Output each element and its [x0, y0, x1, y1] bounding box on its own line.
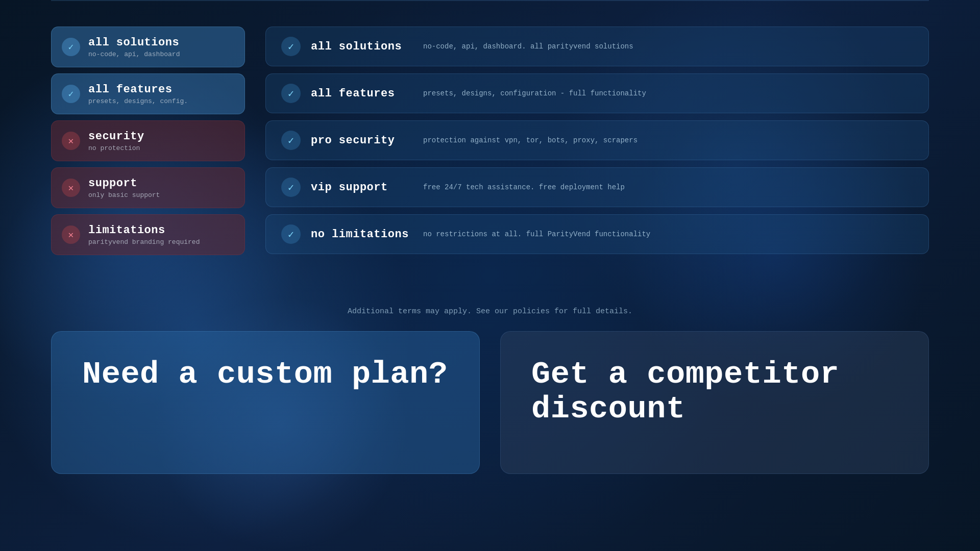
left-title-limitations: limitations	[88, 224, 200, 237]
right-desc-solutions: no-code, api, dashboard. all parityvend …	[423, 42, 633, 51]
right-title-limitations: no limitations	[311, 228, 413, 241]
custom-plan-card[interactable]: Need a custom plan?	[51, 331, 480, 474]
right-desc-security: protection against vpn, tor, bots, proxy…	[423, 136, 638, 144]
x-icon-limitations	[62, 226, 80, 244]
left-text-solutions: all solutions no-code, api, dashboard	[88, 36, 180, 58]
competitor-discount-card[interactable]: Get a competitor discount	[500, 331, 929, 474]
right-item-all-solutions: all solutions no-code, api, dashboard. a…	[265, 27, 929, 66]
right-desc-limitations: no restrictions at all. full ParityVend …	[423, 230, 650, 238]
left-item-support: support only basic support	[51, 167, 245, 208]
left-subtitle-security: no protection	[88, 144, 144, 152]
left-item-all-solutions: all solutions no-code, api, dashboard	[51, 27, 245, 67]
competitor-discount-title: Get a competitor discount	[531, 357, 898, 427]
additional-terms-text: Additional terms may apply. See our poli…	[348, 307, 632, 316]
right-item-pro-security: pro security protection against vpn, tor…	[265, 120, 929, 160]
left-text-support: support only basic support	[88, 177, 160, 199]
left-text-features: all features presets, designs, config.	[88, 83, 188, 105]
left-title-support: support	[88, 177, 160, 190]
right-panel: all solutions no-code, api, dashboard. a…	[265, 21, 929, 297]
additional-terms: Additional terms may apply. See our poli…	[0, 297, 980, 316]
left-title-security: security	[88, 130, 144, 143]
check-icon-right-security	[281, 131, 301, 150]
top-divider	[51, 0, 929, 1]
right-item-vip-support: vip support free 24/7 tech assistance. f…	[265, 167, 929, 207]
left-subtitle-limitations: parityvend branding required	[88, 238, 200, 246]
left-title-features: all features	[88, 83, 188, 96]
check-icon-features	[62, 85, 80, 103]
right-desc-features: presets, designs, configuration - full f…	[423, 89, 646, 97]
right-title-support: vip support	[311, 181, 413, 194]
custom-plan-title: Need a custom plan?	[82, 357, 449, 392]
right-item-all-features: all features presets, designs, configura…	[265, 73, 929, 113]
bottom-cards: Need a custom plan? Get a competitor dis…	[0, 316, 980, 474]
check-icon-right-support	[281, 178, 301, 197]
check-icon-right-solutions	[281, 37, 301, 56]
check-icon-solutions	[62, 38, 80, 56]
left-title-solutions: all solutions	[88, 36, 180, 49]
x-icon-security	[62, 132, 80, 150]
right-item-no-limitations: no limitations no restrictions at all. f…	[265, 214, 929, 254]
right-desc-support: free 24/7 tech assistance. free deployme…	[423, 183, 625, 191]
left-subtitle-support: only basic support	[88, 191, 160, 199]
left-text-security: security no protection	[88, 130, 144, 152]
left-item-limitations: limitations parityvend branding required	[51, 214, 245, 255]
left-text-limitations: limitations parityvend branding required	[88, 224, 200, 246]
right-title-solutions: all solutions	[311, 40, 413, 53]
main-content: all solutions no-code, api, dashboard al…	[0, 11, 980, 297]
check-icon-right-limitations	[281, 224, 301, 244]
left-item-security: security no protection	[51, 120, 245, 161]
left-subtitle-solutions: no-code, api, dashboard	[88, 51, 180, 58]
left-panel: all solutions no-code, api, dashboard al…	[51, 21, 245, 297]
right-title-features: all features	[311, 87, 413, 100]
left-subtitle-features: presets, designs, config.	[88, 97, 188, 105]
check-icon-right-features	[281, 84, 301, 103]
left-item-all-features: all features presets, designs, config.	[51, 73, 245, 114]
right-title-security: pro security	[311, 134, 413, 147]
x-icon-support	[62, 179, 80, 197]
